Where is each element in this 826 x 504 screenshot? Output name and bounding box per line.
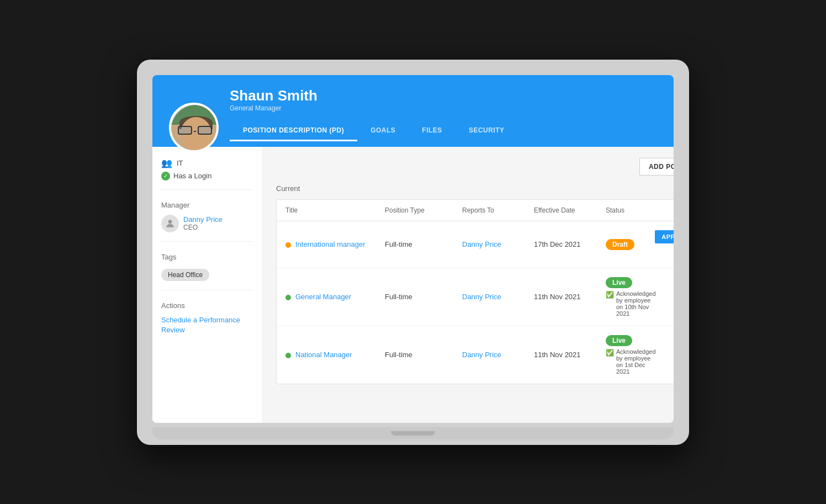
tags-label: Tags bbox=[161, 253, 253, 261]
col-header-actions bbox=[656, 206, 674, 214]
profile-title: General Manager bbox=[230, 104, 657, 112]
ack-text-2: ✅ Acknowledged by employee on 1st Dec 20… bbox=[606, 348, 656, 375]
tab-files[interactable]: FILES bbox=[409, 121, 456, 141]
status-dot-green-2 bbox=[285, 353, 291, 358]
main-layout: 👥 IT ✓ Has a Login Manager bbox=[152, 147, 674, 423]
position-type-3: Full-time bbox=[385, 351, 462, 359]
table-header: Title Position Type Reports To Effective… bbox=[277, 200, 674, 221]
col-header-status: Status bbox=[606, 206, 656, 214]
manager-role: CEO bbox=[183, 224, 223, 231]
row-title-international: International manager bbox=[285, 240, 385, 248]
current-label: Current bbox=[276, 184, 674, 193]
row-title-general: General Manager bbox=[285, 293, 385, 301]
sidebar-actions-section: Actions Schedule a Performance Review bbox=[161, 301, 253, 344]
ack-text-1: ✅ Acknowledged by employee on 10th Nov 2… bbox=[606, 290, 656, 317]
ack-message-1: Acknowledged by employee on 10th Nov 202… bbox=[616, 290, 656, 317]
reports-to-1[interactable]: Danny Price bbox=[462, 240, 534, 248]
row-title-national: National Manager bbox=[285, 351, 385, 359]
manager-details: Danny Price CEO bbox=[183, 215, 223, 231]
row-action-icons-2: ✏ ⋮ bbox=[656, 290, 674, 304]
table-row: International manager Full-time Danny Pr… bbox=[277, 221, 674, 268]
table-row: National Manager Full-time Danny Price 1… bbox=[277, 326, 674, 384]
reports-to-3[interactable]: Danny Price bbox=[462, 351, 534, 359]
position-type-2: Full-time bbox=[385, 293, 462, 301]
content-header: ADD POSITION bbox=[276, 158, 674, 176]
col-header-effective-date: Effective Date bbox=[534, 206, 606, 214]
positions-table: Title Position Type Reports To Effective… bbox=[276, 199, 674, 384]
status-col-1: Draft bbox=[606, 239, 656, 250]
manager-name[interactable]: Danny Price bbox=[183, 215, 223, 224]
manager-info: Danny Price CEO bbox=[161, 215, 253, 232]
status-col-3: Live ✅ Acknowledged by employee on 1st D… bbox=[606, 335, 656, 375]
sidebar-manager-section: Manager Danny Price CEO bbox=[161, 201, 253, 242]
ack-check-icon-1: ✅ bbox=[606, 291, 614, 299]
status-dot-green-1 bbox=[285, 295, 291, 300]
sidebar: 👥 IT ✓ Has a Login Manager bbox=[152, 147, 263, 423]
tab-security[interactable]: SECURITY bbox=[456, 121, 518, 141]
people-icon: 👥 bbox=[161, 158, 172, 168]
profile-banner: Shaun Smith General Manager POSITION DES… bbox=[152, 75, 674, 147]
effective-date-3: 11th Nov 2021 bbox=[534, 351, 606, 359]
row-actions-1: APPROVE ✏ ⋮ bbox=[656, 230, 674, 259]
sidebar-login-status: ✓ Has a Login bbox=[161, 172, 253, 181]
effective-date-2: 11th Nov 2021 bbox=[534, 293, 606, 301]
col-header-reports-to: Reports To bbox=[462, 206, 534, 214]
sidebar-tags-section: Tags Head Office bbox=[161, 253, 253, 290]
login-check-icon: ✓ bbox=[161, 172, 170, 181]
sidebar-dept-section: 👥 IT ✓ Has a Login bbox=[161, 158, 253, 190]
status-dot-orange bbox=[285, 242, 291, 248]
position-title-general[interactable]: General Manager bbox=[295, 293, 351, 301]
content-area: ADD POSITION Current Title Position Type… bbox=[263, 147, 674, 423]
ack-message-2: Acknowledged by employee on 1st Dec 2021 bbox=[616, 348, 656, 375]
manager-label: Manager bbox=[161, 201, 253, 209]
status-badge-draft: Draft bbox=[606, 239, 634, 250]
schedule-performance-review-link[interactable]: Schedule a Performance Review bbox=[161, 315, 253, 335]
svg-point-0 bbox=[168, 220, 172, 224]
sidebar-department: 👥 IT bbox=[161, 158, 253, 168]
status-badge-live-2: Live bbox=[606, 335, 632, 346]
actions-label: Actions bbox=[161, 301, 253, 310]
approve-button[interactable]: APPROVE bbox=[655, 230, 674, 243]
position-title-international[interactable]: International manager bbox=[295, 240, 365, 248]
table-row: General Manager Full-time Danny Price 11… bbox=[277, 268, 674, 326]
col-header-position-type: Position Type bbox=[385, 206, 462, 214]
status-col-2: Live ✅ Acknowledged by employee on 10th … bbox=[606, 277, 656, 317]
add-position-button[interactable]: ADD POSITION bbox=[639, 158, 674, 176]
tab-position-description[interactable]: POSITION DESCRIPTION (PD) bbox=[230, 121, 357, 141]
effective-date-1: 17th Dec 2021 bbox=[534, 240, 606, 248]
col-header-title: Title bbox=[285, 206, 385, 214]
avatar bbox=[169, 103, 219, 152]
profile-info: Shaun Smith General Manager POSITION DES… bbox=[230, 87, 657, 147]
status-badge-live-1: Live bbox=[606, 277, 632, 288]
row-action-icons-3: ✏ ⋮ bbox=[656, 348, 674, 362]
head-office-tag[interactable]: Head Office bbox=[161, 269, 209, 281]
reports-to-2[interactable]: Danny Price bbox=[462, 293, 534, 301]
position-title-national[interactable]: National Manager bbox=[295, 351, 352, 359]
manager-avatar-icon bbox=[161, 215, 179, 232]
tab-goals[interactable]: GOALS bbox=[357, 121, 409, 141]
ack-check-icon-2: ✅ bbox=[606, 349, 614, 357]
position-type-1: Full-time bbox=[385, 240, 462, 248]
profile-name: Shaun Smith bbox=[230, 87, 657, 104]
profile-tabs: POSITION DESCRIPTION (PD) GOALS FILES SE… bbox=[230, 121, 657, 141]
